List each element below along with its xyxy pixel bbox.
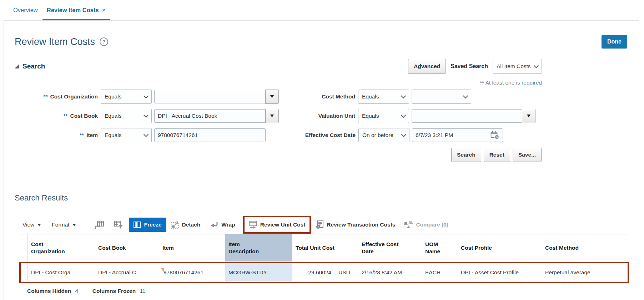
- review-transaction-costs-button[interactable]: Review Transaction Costs: [316, 220, 395, 229]
- done-label-part: D: [607, 39, 612, 45]
- chevron-down-icon: [144, 132, 149, 137]
- field-label-text: Effective Cost Date: [305, 132, 356, 138]
- cell-cost-book: DPI - Accrual C...: [95, 263, 159, 282]
- wrap-icon: [210, 221, 218, 229]
- saved-search-value: All Item Costs: [497, 63, 531, 70]
- field-label-cost-book: ** Cost Book: [15, 113, 98, 119]
- row-selector-cell[interactable]: [21, 263, 28, 282]
- help-icon[interactable]: ?: [100, 37, 108, 46]
- search-section-header: Search Advanced Saved Search All Item Co…: [15, 59, 639, 73]
- reset-button[interactable]: Reset: [484, 148, 510, 162]
- cost-method-select[interactable]: [412, 90, 471, 104]
- done-button[interactable]: Done: [602, 35, 627, 49]
- field-label-effective-cost-date: Effective Cost Date: [266, 132, 356, 138]
- column-header-cost-profile[interactable]: Cost Profile: [458, 234, 542, 261]
- tab-bar: Overview Review Item Costs ×: [0, 0, 644, 20]
- column-header-label: Total Unit Cost: [296, 244, 334, 251]
- row-selector-gutter[interactable]: [21, 234, 28, 261]
- date-picker-icon[interactable]: [490, 131, 499, 139]
- collapse-triangle-icon[interactable]: [15, 64, 19, 68]
- field-label-item: ** Item: [15, 132, 98, 138]
- column-header-total-unit-cost[interactable]: Total Unit Cost: [292, 234, 358, 261]
- triangle-down-icon: [270, 95, 274, 98]
- table-header-row: Cost Organization Cost Book Item Item De…: [21, 234, 628, 262]
- search-form: ** Cost Organization Equals Cost Method …: [15, 90, 639, 142]
- field-label-text: Valuation Unit: [318, 113, 355, 119]
- valuation-unit-operator-select[interactable]: Equals: [358, 109, 409, 123]
- search-button[interactable]: Search: [451, 148, 481, 162]
- cost-organization-lov-button[interactable]: [265, 90, 279, 104]
- cost-method-operator-select[interactable]: Equals: [358, 90, 409, 104]
- cell-item: 9780076714261: [159, 263, 225, 282]
- form-row: ** Cost Organization Equals Cost Method …: [15, 90, 639, 103]
- query-by-example-icon[interactable]: [114, 220, 124, 229]
- tab-overview-label: Overview: [13, 7, 38, 14]
- advanced-label-part: vanced: [421, 63, 440, 69]
- done-label-part: ne: [615, 39, 622, 45]
- column-header-effective-cost-date[interactable]: Effective Cost Date: [358, 234, 422, 261]
- valuation-unit-input[interactable]: [412, 109, 522, 123]
- chevron-down-icon: [144, 93, 149, 98]
- required-note: ** At least one is required: [15, 80, 542, 86]
- export-icon[interactable]: [95, 220, 104, 229]
- tab-overview[interactable]: Overview: [9, 0, 42, 20]
- review-unit-cost-button[interactable]: Review Unit Cost: [249, 221, 306, 229]
- search-actions: Search Reset Save...: [15, 148, 542, 162]
- column-header-cost-book[interactable]: Cost Book: [95, 234, 159, 261]
- tab-active-label: Review Item Costs: [47, 7, 99, 14]
- cost-book-lov-button[interactable]: [265, 109, 279, 123]
- operator-value: On or before: [362, 132, 393, 138]
- results-section-title: Search Results: [15, 193, 639, 203]
- format-menu[interactable]: Format: [52, 222, 76, 228]
- item-input[interactable]: 9780076714261: [154, 128, 266, 142]
- column-header-cost-organization[interactable]: Cost Organization: [28, 234, 95, 261]
- chevron-down-icon: [144, 113, 149, 118]
- field-label-text: Cost Method: [322, 93, 355, 100]
- freeze-button[interactable]: Freeze: [129, 218, 166, 232]
- detach-button[interactable]: Detach: [171, 221, 201, 229]
- saved-search-select[interactable]: All Item Costs: [493, 59, 542, 74]
- cell-effective-cost-date: 2/16/23 8:42 AM: [358, 263, 422, 282]
- item-operator-select[interactable]: Equals: [101, 128, 152, 142]
- compare-button[interactable]: Compare (0): [404, 221, 448, 229]
- cost-book-input[interactable]: DPI - Accrual Cost Book: [154, 109, 266, 123]
- field-label-cost-method: Cost Method: [279, 93, 355, 100]
- cell-cost-organization: DPI - Cost Orga...: [28, 263, 95, 282]
- chevron-down-icon: [534, 63, 539, 68]
- compare-label: Compare (0): [416, 222, 448, 228]
- table-row[interactable]: DPI - Cost Orga... DPI - Accrual C... 97…: [21, 263, 628, 282]
- required-marker: **: [80, 132, 84, 138]
- advanced-button[interactable]: Advanced: [408, 59, 446, 74]
- required-marker: **: [43, 93, 47, 100]
- close-icon[interactable]: ×: [102, 7, 106, 14]
- tab-review-item-costs[interactable]: Review Item Costs ×: [42, 0, 110, 20]
- column-header-label: Cost Organization: [31, 241, 73, 255]
- operator-value: Equals: [105, 93, 121, 100]
- column-header-label: Item Description: [228, 241, 271, 255]
- triangle-down-icon: [72, 224, 76, 226]
- required-marker: **: [63, 113, 67, 119]
- valuation-unit-lov-button[interactable]: [522, 109, 535, 123]
- effective-cost-date-input[interactable]: 6/7/23 3:21 PM: [412, 128, 503, 142]
- cost-organization-operator-select[interactable]: Equals: [101, 90, 152, 104]
- column-header-item[interactable]: Item: [159, 234, 225, 261]
- chevron-down-icon: [401, 93, 406, 98]
- columns-frozen-label: Columns Frozen: [92, 288, 136, 294]
- input-value: 9780076714261: [158, 132, 198, 138]
- column-header-item-description[interactable]: Item Description: [225, 234, 292, 261]
- cell-uom-name: EACH: [422, 263, 458, 282]
- view-menu[interactable]: View: [22, 222, 41, 228]
- columns-frozen-value: 11: [140, 288, 145, 294]
- chevron-down-icon: [463, 93, 468, 98]
- wrap-button[interactable]: Wrap: [210, 221, 235, 229]
- input-value: DPI - Accrual Cost Book: [158, 113, 217, 119]
- save-button[interactable]: Save...: [513, 148, 542, 162]
- cost-organization-input[interactable]: [154, 90, 266, 103]
- column-header-cost-method[interactable]: Cost Method: [542, 234, 628, 261]
- column-header-label: Cost Profile: [461, 244, 492, 251]
- column-header-label: Cost Book: [98, 244, 126, 251]
- effective-cost-date-operator-select[interactable]: On or before: [358, 128, 409, 142]
- column-header-uom-name[interactable]: UOM Name: [422, 234, 458, 261]
- cost-book-operator-select[interactable]: Equals: [101, 109, 152, 123]
- cell-item-description: MCGRW-STDY...: [225, 263, 292, 282]
